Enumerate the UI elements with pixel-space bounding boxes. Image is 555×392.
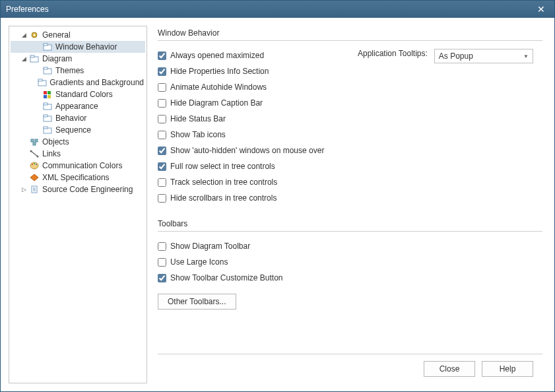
tree-label: Appearance [55, 102, 98, 111]
palette-icon [29, 161, 40, 170]
checkbox-animate-autohide[interactable] [158, 83, 166, 92]
svg-point-23 [30, 150, 32, 152]
tree-node-links[interactable]: Links [11, 148, 145, 160]
close-button[interactable]: Close [424, 361, 475, 377]
checkbox-show-autohidden[interactable] [158, 147, 166, 155]
svg-rect-11 [48, 91, 51, 94]
tree-node-objects[interactable]: Objects [11, 136, 145, 148]
checkbox-label[interactable]: Hide Properties Info Section [170, 67, 269, 76]
checkbox-show-tab-icons[interactable] [158, 131, 166, 139]
svg-point-28 [36, 164, 37, 165]
tooltips-combo[interactable]: As Popup ▼ [434, 49, 533, 63]
checkbox-label[interactable]: Use Large Icons [170, 257, 228, 267]
checkbox-label[interactable]: Full row select in tree controls [170, 162, 275, 171]
checkbox-show-diagram-toolbar[interactable] [158, 242, 166, 251]
svg-rect-15 [44, 103, 48, 105]
section-toolbars: Toolbars [158, 219, 542, 232]
tree-label: Communication Colors [42, 161, 122, 170]
tree-node-standard-colors[interactable]: Standard Colors [11, 88, 145, 100]
preferences-tree[interactable]: ◢ General Window Behavior ◢ Diagram Them… [9, 26, 147, 383]
tree-label: Gradients and Background [49, 78, 144, 87]
tree-node-window-behavior[interactable]: Window Behavior [11, 41, 145, 53]
collapse-icon[interactable]: ◢ [20, 32, 28, 38]
section-window-behavior: Window Behavior [158, 28, 542, 41]
checkbox-label[interactable]: Animate Autohide Windows [170, 82, 267, 92]
svg-point-24 [37, 156, 39, 158]
dialog-body: ◢ General Window Behavior ◢ Diagram Them… [1, 18, 554, 391]
svg-rect-13 [48, 95, 51, 98]
checkbox-label[interactable]: Hide scrollbars in tree controls [170, 193, 277, 203]
folder-icon [42, 42, 53, 51]
checkbox-track-selection[interactable] [158, 178, 166, 187]
tree-node-themes[interactable]: Themes [11, 65, 145, 77]
folder-icon [29, 54, 40, 63]
titlebar: Preferences ✕ [1, 1, 554, 18]
checkbox-use-large-icons[interactable] [158, 258, 166, 267]
checkbox-hide-properties[interactable] [158, 67, 166, 76]
help-button[interactable]: Help [482, 361, 533, 377]
tree-node-appearance[interactable]: Appearance [11, 100, 145, 112]
links-icon [29, 149, 40, 158]
checkbox-label[interactable]: Always opened maximized [170, 51, 264, 60]
checkbox-always-maximized[interactable] [158, 51, 166, 60]
tree-label: Sequence [55, 125, 91, 135]
tree-node-gradients[interactable]: Gradients and Background [11, 77, 145, 88]
svg-point-1 [34, 34, 36, 36]
checkbox-full-row-select[interactable] [158, 162, 166, 171]
svg-rect-5 [30, 55, 34, 57]
tree-node-sequence[interactable]: Sequence [11, 124, 145, 136]
checkbox-label[interactable]: Track selection in tree controls [170, 178, 277, 187]
svg-rect-21 [35, 139, 38, 142]
tree-node-xml-spec[interactable]: XML Specifications [11, 172, 145, 183]
tree-node-general[interactable]: ◢ General [11, 29, 145, 41]
tree-label: Diagram [42, 54, 72, 63]
tree-node-comm-colors[interactable]: Communication Colors [11, 160, 145, 172]
combo-value: As Popup [439, 51, 473, 61]
collapse-icon[interactable]: ◢ [20, 55, 28, 62]
checkbox-hide-scrollbars[interactable] [158, 194, 166, 203]
folder-icon [38, 78, 47, 87]
folder-icon [42, 66, 53, 75]
checkbox-hide-caption[interactable] [158, 99, 166, 108]
folder-icon [42, 102, 53, 111]
objects-icon [29, 137, 40, 147]
svg-rect-9 [38, 79, 42, 81]
close-icon[interactable]: ✕ [533, 3, 549, 16]
svg-rect-7 [44, 67, 48, 69]
svg-rect-19 [44, 127, 48, 129]
tree-label: Window Behavior [55, 42, 117, 51]
window-title: Preferences [6, 5, 49, 14]
chevron-down-icon: ▼ [523, 53, 529, 59]
checkbox-label[interactable]: Show Tab icons [170, 130, 226, 139]
tree-label: General [42, 30, 71, 40]
tree-label: Source Code Engineering [42, 185, 133, 194]
main-panel: Window Behavior Always opened maximized … [154, 26, 546, 354]
folder-icon [42, 114, 53, 123]
checkbox-label[interactable]: Show Diagram Toolbar [170, 242, 250, 251]
svg-rect-20 [31, 139, 34, 142]
svg-rect-10 [44, 91, 47, 94]
svg-point-27 [34, 163, 35, 164]
svg-point-26 [32, 164, 33, 165]
tooltips-label: Application Tooltips: [358, 49, 428, 58]
checkbox-label[interactable]: Hide Status Bar [170, 114, 226, 123]
window-behavior-checkboxes: Always opened maximized Hide Properties … [158, 48, 358, 206]
other-toolbars-button[interactable]: Other Toolbars... [158, 294, 236, 310]
checkbox-label[interactable]: Show Toolbar Customize Button [170, 273, 283, 282]
tree-node-behavior[interactable]: Behavior [11, 112, 145, 124]
svg-rect-17 [44, 115, 48, 117]
tree-label: Standard Colors [55, 90, 113, 99]
svg-rect-22 [33, 143, 36, 145]
document-icon [29, 185, 40, 194]
dialog-footer: Close Help [158, 354, 542, 383]
svg-rect-3 [44, 44, 48, 46]
content-area: Window Behavior Always opened maximized … [154, 26, 546, 383]
checkbox-hide-status[interactable] [158, 115, 166, 123]
checkbox-label[interactable]: Show 'auto-hidden' windows on mouse over [170, 146, 324, 155]
checkbox-label[interactable]: Hide Diagram Caption Bar [170, 98, 263, 108]
tree-node-source-code[interactable]: ▷ Source Code Engineering [11, 183, 145, 195]
tree-node-diagram[interactable]: ◢ Diagram [11, 53, 145, 65]
tree-label: Objects [42, 137, 69, 147]
expand-icon[interactable]: ▷ [20, 186, 28, 193]
checkbox-show-toolbar-customize[interactable] [158, 274, 166, 282]
